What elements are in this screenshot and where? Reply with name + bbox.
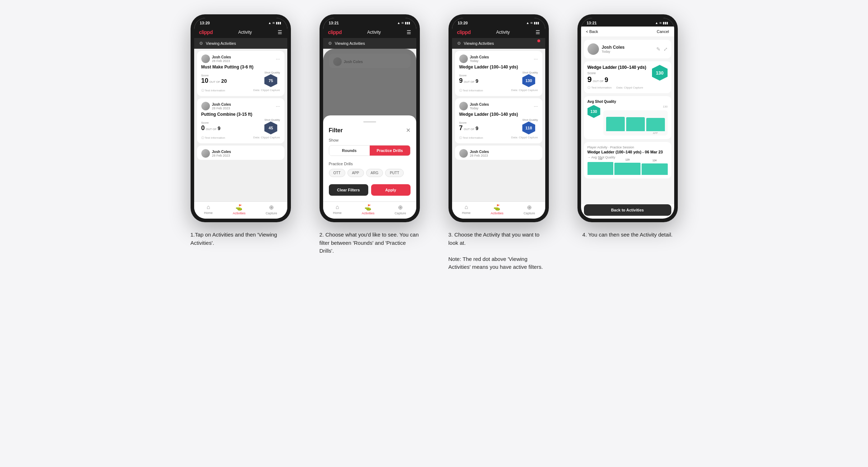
phone-2-body: Josh Coles Filter ✕ [323, 49, 416, 201]
card-user-1-3: Josh Coles 28 Feb 2023 [201, 149, 231, 158]
nav-activities-1[interactable]: ⛳ Activities [233, 204, 246, 215]
quality-label-1-2: Shot Quality [264, 118, 280, 121]
quality-label-3-2: Shot Quality [522, 118, 538, 121]
status-bar-4: 13:21 ▲ ≋ ▮▮▮ [581, 18, 674, 27]
capture-info-4: Data: Clippd Capture [616, 86, 643, 89]
shots-big-4: 9 [605, 76, 608, 84]
card-header-1-1: Josh Coles 28 Feb 2023 ··· [201, 54, 280, 63]
mini-bar-1-4: 132 [588, 162, 614, 175]
nav-home-2[interactable]: ⌂ Home [333, 204, 342, 215]
clear-filters-btn-2[interactable]: Clear Filters [329, 184, 368, 196]
back-btn-4[interactable]: < Back [586, 29, 598, 34]
nav-home-1[interactable]: ⌂ Home [204, 204, 213, 215]
nav-capture-2[interactable]: ⊕ Capture [394, 204, 406, 215]
quality-hex-3-1: 130 [522, 74, 535, 87]
nav-activities-2[interactable]: ⛳ Activities [362, 204, 375, 215]
phone-3: 13:20 ▲ ≋ ▮▮▮ clippd Activity ☰ ⚙ Viewin… [449, 14, 549, 222]
avatar-1-3 [201, 149, 210, 158]
detail-score-top-4: Wedge Ladder (100–140 yds) Score 9 OUT O… [588, 65, 668, 90]
score-big-4: 9 [588, 75, 592, 84]
nav-bar-2: clippd Activity ☰ [323, 27, 416, 38]
back-to-activities-btn-4[interactable]: Back to Activities [584, 204, 671, 216]
detail-session-card-4: Player Activity · Practice Session Wedge… [584, 142, 671, 178]
nav-menu-2[interactable]: ☰ [407, 29, 411, 35]
mini-bar-2-4: 129 [614, 163, 641, 175]
banner-text-1: Viewing Activities [206, 41, 236, 46]
filter-btn-drills-2[interactable]: Practice Drills [370, 146, 410, 156]
stat-quality-1-1: Shot Quality 75 [264, 71, 280, 87]
edit-icon-4[interactable]: ✎ [656, 46, 661, 52]
nav-capture-1[interactable]: ⊕ Capture [265, 204, 277, 215]
card-user-3-1: Josh Coles Today [459, 54, 489, 63]
nav-home-label-2: Home [333, 211, 342, 215]
card-dots-3-2[interactable]: ··· [534, 103, 538, 109]
nav-menu-3[interactable]: ☰ [536, 29, 540, 35]
activity-card-1-1[interactable]: Josh Coles 28 Feb 2023 ··· Must Make Put… [197, 51, 284, 96]
chip-app-2[interactable]: APP [347, 169, 364, 177]
chart-hex-4: 130 [588, 105, 600, 118]
phone-4: 13:21 ▲ ≋ ▮▮▮ < Back Cancel Josh Co [577, 14, 678, 222]
score-group-4: Score 9 OUT OF 9 [588, 71, 608, 84]
nav-capture-3[interactable]: ⊕ Capture [523, 204, 535, 215]
detail-score-card-4: Wedge Ladder (100–140 yds) Score 9 OUT O… [584, 61, 671, 93]
activity-card-3-1[interactable]: Josh Coles Today ··· Wedge Ladder (100–1… [455, 51, 542, 96]
mini-chart-4: 132 129 124 [588, 161, 668, 175]
user-date-3-2: Today [470, 106, 489, 110]
phone-3-screen: 13:20 ▲ ≋ ▮▮▮ clippd Activity ☰ ⚙ Viewin… [452, 18, 545, 219]
filter-show-label-2: Show [329, 138, 411, 142]
score-label-3-1: Score [459, 74, 467, 77]
viewing-banner-1[interactable]: ⚙ Viewing Activities [194, 38, 287, 49]
card-header-1-3: Josh Coles 28 Feb 2023 [201, 149, 280, 158]
card-dots-1-1[interactable]: ··· [276, 56, 280, 62]
viewing-banner-2[interactable]: ⚙ Viewing Activities [323, 38, 416, 49]
activity-card-3-3[interactable]: Josh Coles 28 Feb 2023 [455, 146, 542, 160]
card-dots-3-1[interactable]: ··· [534, 56, 538, 62]
card-footer-3-2: ⓘ Test Information Data: Clippd Capture [459, 136, 538, 140]
info-icon-4: ⓘ [588, 86, 590, 90]
nav-activities-3[interactable]: ⛳ Activities [491, 204, 504, 215]
status-icons-3: ▲ ≋ ▮▮▮ [526, 21, 539, 25]
score-outof-3-1: OUT OF [464, 80, 475, 84]
quality-label-1-1: Shot Quality [264, 71, 280, 74]
filter-btn-rounds-2[interactable]: Rounds [329, 146, 370, 156]
avatar-1-1 [201, 54, 210, 63]
expand-icon-4[interactable]: ⤢ [663, 46, 668, 52]
activity-card-1-2[interactable]: Josh Coles 28 Feb 2023 ··· Putting Combi… [197, 98, 284, 143]
chip-ott-2[interactable]: OTT [329, 169, 345, 177]
step-2-col: 13:21 ▲ ≋ ▮▮▮ clippd Activity ☰ ⚙ Viewin… [312, 14, 427, 271]
stat-quality-3-1: Shot Quality 130 [522, 71, 538, 87]
card-dots-1-2[interactable]: ··· [276, 103, 280, 109]
logo-2: clippd [328, 29, 342, 35]
nav-title-1: Activity [238, 30, 252, 35]
user-info-4: Josh Coles Today [602, 45, 625, 53]
filter-sheet-2: Filter ✕ Show Rounds Practice Drills Pra… [323, 115, 416, 201]
card-user-3-2: Josh Coles Today [459, 102, 489, 110]
cancel-btn-4[interactable]: Cancel [657, 29, 669, 34]
score-label-3-2: Score [459, 121, 467, 124]
filter-chips-2: OTT APP ARG PUTT [329, 169, 411, 177]
viewing-banner-3[interactable]: ⚙ Viewing Activities [452, 38, 545, 49]
nav-menu-1[interactable]: ☰ [278, 29, 282, 35]
step-4-col: 13:21 ▲ ≋ ▮▮▮ < Back Cancel Josh Co [570, 14, 685, 271]
filter-close-2[interactable]: ✕ [406, 127, 411, 134]
apply-btn-2[interactable]: Apply [371, 184, 411, 196]
status-icons-1: ▲ ≋ ▮▮▮ [268, 21, 282, 25]
card-title-3-2: Wedge Ladder (100–140 yds) [459, 112, 538, 117]
capture-icon-3: ⊕ [527, 204, 532, 211]
caption-1: 1.Tap on Activities and then 'Viewing Ac… [191, 231, 291, 247]
activity-card-3-2[interactable]: Josh Coles Today ··· Wedge Ladder (100–1… [455, 98, 542, 143]
nav-title-3: Activity [496, 30, 510, 35]
activity-card-1-3[interactable]: Josh Coles 28 Feb 2023 [197, 146, 284, 160]
nav-home-3[interactable]: ⌂ Home [462, 204, 471, 215]
score-value-1-2: 0 [201, 124, 205, 132]
status-bar-1: 13:20 ▲ ≋ ▮▮▮ [194, 18, 287, 27]
chart-bars-4 [606, 113, 665, 131]
home-icon-3: ⌂ [465, 204, 468, 210]
card-title-1-2: Putting Combine (3-15 ft) [201, 112, 280, 117]
chip-putt-2[interactable]: PUTT [385, 169, 404, 177]
score-value-1-1: 10 [201, 77, 208, 85]
chip-arg-2[interactable]: ARG [366, 169, 383, 177]
nav-bar-1: clippd Activity ☰ [194, 27, 287, 38]
nav-capture-label-2: Capture [394, 211, 406, 215]
avatar-3-1 [459, 54, 468, 63]
